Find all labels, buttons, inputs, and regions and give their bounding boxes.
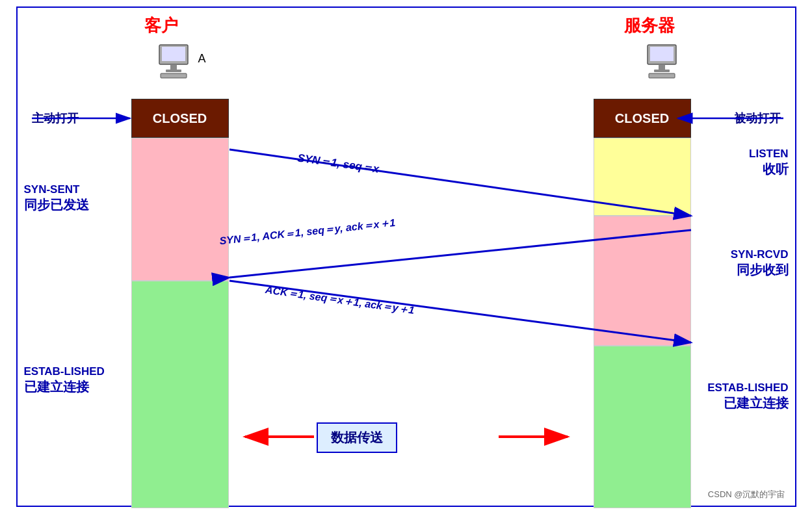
syn-rcvd-bar	[594, 216, 691, 346]
syn-sent-label: SYN-SENT 同步已发送	[24, 183, 89, 214]
svg-rect-3	[166, 70, 181, 72]
ack-label: ACK＝1, seq＝x＋1, ack＝y＋1	[264, 283, 415, 318]
svg-rect-2	[170, 64, 177, 70]
footer: CSDN @沉默的宇宙	[708, 489, 785, 500]
label-a: A	[198, 52, 206, 66]
svg-rect-1	[162, 47, 185, 61]
svg-rect-7	[659, 64, 665, 70]
main-diagram: 客户 服务器 A B CLOSED CLOSED 主动打开 被动打开	[16, 6, 796, 507]
estab-right-label: ESTAB-LISHED 已建立连接	[707, 381, 788, 412]
listen-bar	[594, 138, 691, 216]
closed-right-box: CLOSED	[594, 99, 691, 138]
client-label: 客户	[144, 14, 178, 37]
client-computer	[154, 44, 193, 79]
svg-rect-8	[654, 70, 670, 72]
server-computer	[642, 44, 681, 79]
closed-left-box: CLOSED	[131, 99, 229, 138]
syn-rcvd-label: SYN-RCVD 同步收到	[731, 248, 789, 279]
syn-sent-bar	[131, 138, 229, 281]
svg-rect-6	[650, 47, 674, 61]
listen-label: LISTEN 收听	[749, 148, 788, 178]
syn-ack-label: SYN＝1, ACK＝1, seq＝y, ack＝x＋1	[218, 216, 396, 248]
data-transfer-box: 数据传送	[317, 422, 397, 453]
syn1-label: SYN＝1, seq＝x	[296, 150, 380, 176]
estab-left-bar	[131, 281, 229, 508]
estab-left-label: ESTAB-LISHED 已建立连接	[24, 365, 105, 396]
svg-rect-4	[161, 73, 187, 78]
svg-rect-9	[649, 73, 675, 78]
active-open-label: 主动打开	[32, 110, 79, 126]
passive-open-label: 被动打开	[734, 110, 781, 126]
estab-right-bar	[594, 346, 691, 508]
server-label: 服务器	[624, 14, 675, 37]
